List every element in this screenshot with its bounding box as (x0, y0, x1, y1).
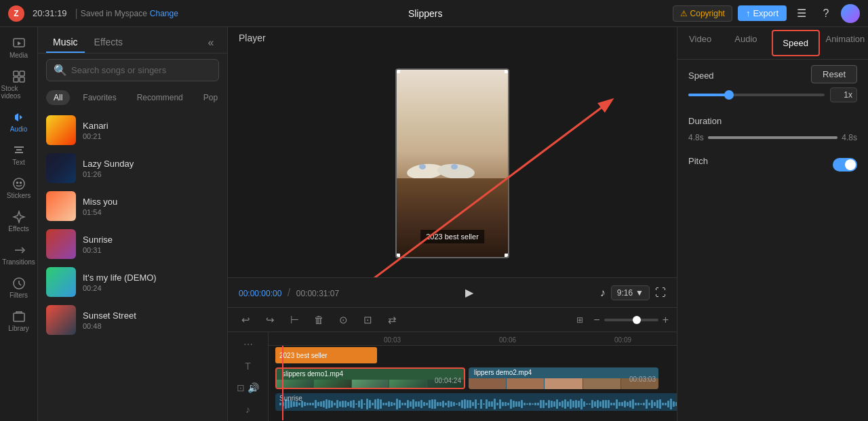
speed-slider-thumb[interactable] (724, 90, 734, 100)
tab-effects[interactable]: Effects (87, 33, 130, 53)
resize-handle-br[interactable] (505, 254, 509, 258)
search-icon: 🔍 (54, 64, 67, 77)
zoom-thumb[interactable] (633, 316, 641, 324)
song-thumbnail (46, 191, 76, 221)
filter-row: All Favorites Recommend Pop ▼ (38, 87, 227, 111)
reset-button[interactable]: Reset (811, 65, 857, 83)
tab-speed[interactable]: Speed (772, 30, 820, 56)
toggle-thumb (845, 159, 856, 170)
pitch-toggle[interactable] (833, 158, 857, 172)
video-placeholder (397, 70, 508, 257)
fullscreen-button[interactable]: ⛶ (655, 287, 666, 299)
timeline-video-lock[interactable]: ⊡ (237, 382, 245, 393)
menu-icon[interactable]: ☰ (792, 4, 811, 23)
duration-end: 4.8s (842, 133, 857, 142)
song-name: Miss you (83, 197, 219, 207)
fit-button[interactable]: ⊞ (570, 310, 589, 329)
zoom-in-button[interactable]: + (663, 314, 669, 326)
svg-rect-3 (14, 77, 18, 82)
timeline-track-controls: ⋯ T ⊡ 🔊 ♪ (228, 332, 269, 421)
duration-row: 4.8s → 4.8s (688, 133, 857, 142)
list-item[interactable]: Sunrise 00:31 (38, 225, 227, 263)
help-icon[interactable]: ? (816, 4, 835, 23)
player-area: Player (228, 27, 677, 307)
tab-audio[interactable]: Audio (723, 27, 768, 59)
undo-button[interactable]: ↩ (236, 310, 255, 329)
playhead[interactable] (282, 346, 283, 420)
list-item[interactable]: Miss you 01:54 (38, 187, 227, 225)
center-area: Player (228, 27, 677, 421)
resize-handle-bl[interactable] (395, 254, 400, 258)
song-name: Sunrise (83, 235, 219, 245)
collapse-button[interactable]: « (203, 35, 219, 51)
list-item[interactable]: It's my life (DEMO) 00:24 (38, 263, 227, 301)
sidebar-item-effects[interactable]: Effects (1, 206, 37, 237)
filter-recommend[interactable]: Recommend (130, 90, 191, 105)
sidebar-item-audio[interactable]: Audio (1, 106, 37, 137)
export-button[interactable]: ↑ Export (738, 5, 787, 21)
song-thumbnail (46, 229, 76, 259)
play-timeline-button[interactable]: ⊙ (334, 310, 353, 329)
video-clip-1-duration: 00:04:24 (435, 377, 461, 384)
song-duration: 00:21 (83, 132, 219, 140)
filter-all[interactable]: All (46, 90, 70, 105)
timeline-zoom-controls: ⊞ − + (570, 310, 669, 329)
video-clip-2[interactable]: lippers demo2.mp4 00:03:03 (469, 367, 658, 389)
duration-slider[interactable]: → (708, 136, 838, 139)
svg-rect-2 (20, 71, 24, 76)
copyright-button[interactable]: ⚠ Copyright (673, 5, 732, 22)
right-panel: Video Audio Speed Animation Reset Speed … (677, 27, 868, 421)
sidebar-item-text[interactable]: Text (1, 140, 37, 170)
sidebar-item-media[interactable]: Media (1, 33, 37, 63)
list-item[interactable]: Lazy Sunday 01:26 (38, 149, 227, 187)
crop-button[interactable]: ⊡ (358, 310, 377, 329)
zoom-slider[interactable] (604, 319, 658, 321)
play-button[interactable]: ▶ (460, 283, 479, 302)
sidebar-item-transitions[interactable]: Transitions (1, 239, 37, 270)
app-logo: Z (8, 5, 24, 22)
video-clip-1[interactable]: slippers demo1.mp4 00:04:24 (275, 367, 465, 389)
filter-pop[interactable]: Pop (196, 90, 225, 105)
song-duration: 01:54 (83, 208, 219, 216)
speed-slider[interactable] (688, 94, 825, 96)
split-button[interactable]: ⊢ (285, 310, 304, 329)
timeline-body: ⋯ T ⊡ 🔊 ♪ 00:03 (228, 332, 677, 421)
aspect-ratio-selector[interactable]: 9:16 ▼ (611, 285, 650, 300)
sidebar-item-stickers[interactable]: Stickers (1, 173, 37, 203)
audio-clip[interactable]: Sunrise (275, 393, 677, 411)
timeline-tracks: 00:03 00:06 00:09 00:12 2023 best seller (269, 332, 677, 421)
text-clip[interactable]: 2023 best seller (275, 347, 377, 363)
tab-video[interactable]: Video (677, 27, 723, 59)
video-clip-2-duration: 00:03:03 (629, 376, 656, 383)
tab-music[interactable]: Music (46, 33, 85, 53)
tiktok-icon[interactable]: ♪ (600, 287, 606, 299)
timeline-music-icon[interactable]: ♪ (245, 404, 250, 415)
resize-handle-tl[interactable] (395, 68, 400, 73)
svg-rect-4 (20, 77, 24, 82)
ruler-mark: 00:09 (614, 336, 631, 344)
timeline-lock-icon[interactable]: ⋯ (243, 339, 253, 350)
sidebar-item-library[interactable]: Library (1, 306, 37, 336)
tab-animation[interactable]: Animation (823, 27, 868, 59)
duration-start: 4.8s (688, 133, 704, 142)
sidebar-item-filters[interactable]: Filters (1, 273, 37, 303)
filter-favorites[interactable]: Favorites (75, 90, 123, 105)
search-input[interactable] (71, 65, 212, 75)
user-avatar[interactable] (841, 4, 860, 23)
sidebar-item-stock[interactable]: Stock videos (1, 66, 37, 104)
text-clip-label: 2023 best seller (279, 352, 328, 359)
list-item[interactable]: Kanari 00:21 (38, 111, 227, 149)
pitch-section: Pitch (688, 156, 857, 173)
timeline-text-icon[interactable]: T (245, 361, 251, 372)
video-clip-2-label: lippers demo2.mp4 (470, 369, 536, 376)
redo-button[interactable]: ↪ (260, 310, 279, 329)
list-item[interactable]: Sunset Street 00:48 (38, 301, 227, 339)
timeline-audio-toggle[interactable]: 🔊 (248, 382, 259, 393)
flip-button[interactable]: ⇄ (382, 310, 401, 329)
change-link[interactable]: Change (150, 9, 178, 18)
svg-rect-9 (14, 313, 24, 321)
upload-icon: ↑ (746, 8, 751, 18)
zoom-out-button[interactable]: − (593, 314, 599, 326)
delete-button[interactable]: 🗑 (309, 310, 328, 329)
resize-handle-tr[interactable] (505, 68, 509, 73)
